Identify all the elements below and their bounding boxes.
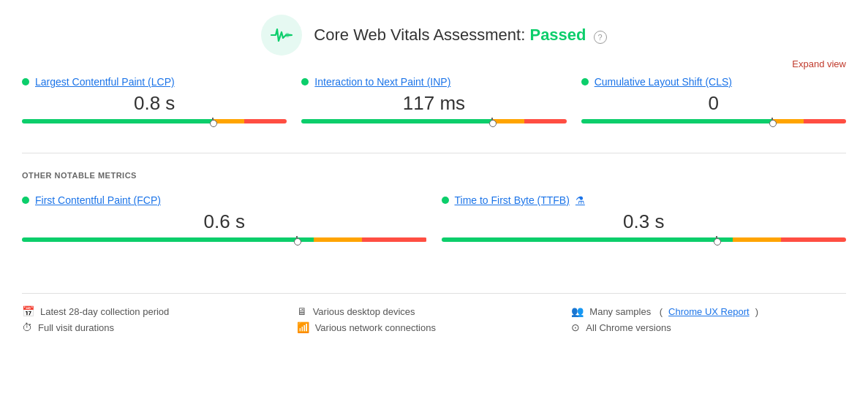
ttfb-marker xyxy=(716,236,717,243)
ttfb-dot xyxy=(442,197,449,204)
fcp-value: 0.6 s xyxy=(22,210,427,233)
cls-bar xyxy=(581,119,846,123)
fcp-bar-green xyxy=(22,237,314,242)
footer-chrome-versions: ⊙ All Chrome versions xyxy=(571,322,846,333)
cls-value: 0 xyxy=(581,92,846,115)
footer-visit-durations: ⏱ Full visit durations xyxy=(22,322,297,333)
ttfb-bar-container xyxy=(442,237,847,251)
cls-dot xyxy=(581,78,589,85)
footer-samples-label: Many samples xyxy=(589,306,651,317)
svg-point-1 xyxy=(289,34,292,37)
chrome-ux-report-link[interactable]: Chrome UX Report xyxy=(668,306,750,317)
inp-bar-green xyxy=(301,119,492,123)
inp-bar-orange xyxy=(492,119,524,123)
lcp-label: Largest Contentful Paint (LCP) xyxy=(35,76,175,88)
footer-network-label: Various network connections xyxy=(315,322,436,333)
ttfb-title[interactable]: Time to First Byte (TTFB) ⚗ xyxy=(442,194,847,206)
lcp-value: 0.8 s xyxy=(22,92,287,115)
monitor-icon: 🖥 xyxy=(297,305,307,317)
cls-bar-green xyxy=(581,119,772,123)
footer-col-1: 📅 Latest 28-day collection period ⏱ Full… xyxy=(22,305,297,333)
ttfb-bar-red xyxy=(781,237,846,242)
users-icon: 👥 xyxy=(571,305,584,317)
chrome-icon: ⊙ xyxy=(571,322,580,333)
fcp-bar-orange xyxy=(314,237,362,242)
lcp-bar-green xyxy=(22,119,213,123)
metric-inp: Interaction to Next Paint (INP) 117 ms xyxy=(301,70,566,138)
ttfb-bar xyxy=(442,237,847,242)
inp-dot xyxy=(301,78,309,85)
fcp-label: First Contentful Paint (FCP) xyxy=(35,194,161,206)
inp-bar xyxy=(301,119,566,123)
footer-chrome-label: All Chrome versions xyxy=(586,322,671,333)
footer-collection-label: Latest 28-day collection period xyxy=(40,306,169,317)
title-text: Core Web Vitals Assessment: xyxy=(314,26,525,44)
core-metrics-grid: Largest Contentful Paint (LCP) 0.8 s Int… xyxy=(22,70,846,153)
clock-icon: ⏱ xyxy=(22,322,32,333)
cls-label: Cumulative Layout Shift (CLS) xyxy=(595,76,732,88)
ttfb-value: 0.3 s xyxy=(442,210,847,233)
help-icon[interactable]: ? xyxy=(594,31,607,44)
footer-desktop-devices: 🖥 Various desktop devices xyxy=(297,305,572,317)
cls-bar-red xyxy=(804,119,846,123)
lcp-marker xyxy=(212,118,214,125)
cls-bar-orange xyxy=(772,119,804,123)
metric-lcp: Largest Contentful Paint (LCP) 0.8 s xyxy=(22,70,287,138)
header-title: Core Web Vitals Assessment: Passed ? xyxy=(314,26,606,45)
calendar-icon: 📅 xyxy=(22,305,34,317)
inp-bar-container xyxy=(301,119,566,132)
fcp-bar xyxy=(22,237,427,242)
cls-title[interactable]: Cumulative Layout Shift (CLS) xyxy=(581,76,846,88)
lcp-dot xyxy=(22,78,29,85)
expand-view-link[interactable]: Expand view xyxy=(792,58,846,69)
footer-col-2: 🖥 Various desktop devices 📶 Various netw… xyxy=(297,305,572,333)
cls-marker xyxy=(771,118,773,125)
status-text: Passed xyxy=(529,26,586,44)
fcp-bar-red xyxy=(362,237,427,242)
lcp-bar xyxy=(22,119,287,123)
cls-bar-container xyxy=(581,119,846,132)
footer: 📅 Latest 28-day collection period ⏱ Full… xyxy=(22,293,846,333)
fcp-title[interactable]: First Contentful Paint (FCP) xyxy=(22,194,427,206)
other-metrics-label: OTHER NOTABLE METRICS xyxy=(22,171,846,180)
metric-ttfb: Time to First Byte (TTFB) ⚗ 0.3 s xyxy=(442,189,847,256)
flask-icon: ⚗ xyxy=(575,194,585,206)
metric-fcp: First Contentful Paint (FCP) 0.6 s xyxy=(22,189,427,256)
metric-cls: Cumulative Layout Shift (CLS) 0 xyxy=(581,70,846,138)
footer-col-3: 👥 Many samples ( Chrome UX Report ) ⊙ Al… xyxy=(571,305,846,333)
fcp-marker xyxy=(296,236,298,243)
inp-bar-red xyxy=(524,119,567,123)
inp-value: 117 ms xyxy=(301,92,566,115)
footer-devices-label: Various desktop devices xyxy=(313,306,415,317)
other-metrics-grid: First Contentful Paint (FCP) 0.6 s Time … xyxy=(22,189,846,271)
fcp-bar-container xyxy=(22,237,427,251)
inp-label: Interaction to Next Paint (INP) xyxy=(314,76,450,88)
lcp-bar-orange xyxy=(213,119,244,123)
footer-visit-label: Full visit durations xyxy=(38,322,114,333)
lcp-bar-red xyxy=(244,119,287,123)
fcp-dot xyxy=(22,197,29,204)
wifi-icon: 📶 xyxy=(297,322,309,333)
ttfb-bar-green xyxy=(442,237,733,242)
inp-marker xyxy=(491,118,493,125)
footer-samples: 👥 Many samples ( Chrome UX Report ) xyxy=(571,305,846,317)
header: Core Web Vitals Assessment: Passed ? Exp… xyxy=(22,15,846,56)
ttfb-label: Time to First Byte (TTFB) xyxy=(455,194,570,206)
lcp-title[interactable]: Largest Contentful Paint (LCP) xyxy=(22,76,287,88)
ttfb-bar-orange xyxy=(733,237,781,242)
footer-collection-period: 📅 Latest 28-day collection period xyxy=(22,305,297,317)
vitals-icon xyxy=(261,15,302,56)
inp-title[interactable]: Interaction to Next Paint (INP) xyxy=(301,76,566,88)
core-web-vitals-container: Core Web Vitals Assessment: Passed ? Exp… xyxy=(22,15,846,333)
footer-network: 📶 Various network connections xyxy=(297,322,572,333)
lcp-bar-container xyxy=(22,119,287,132)
